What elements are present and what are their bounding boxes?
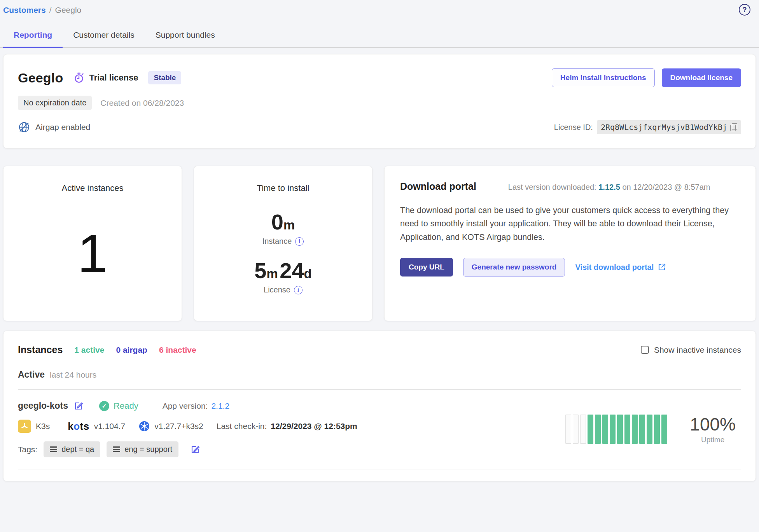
instance-name: geeglo-kots [18, 401, 68, 411]
airgap-label: Airgap enabled [35, 122, 90, 132]
ready-label: Ready [114, 401, 138, 411]
inactive-count[interactable]: 6 inactive [159, 345, 196, 355]
tab-support-bundles[interactable]: Support bundles [145, 26, 226, 48]
tab-bar: Reporting Customer details Support bundl… [0, 26, 759, 48]
active-section-label: Active [18, 369, 45, 380]
instance-install-label-row: Instance [262, 237, 304, 246]
uptime-bar [610, 415, 616, 444]
license-info-icon[interactable] [294, 286, 303, 294]
visit-download-portal-label: Visit download portal [575, 263, 654, 272]
tag-text: dept = qa [61, 445, 94, 454]
copy-license-id-icon[interactable] [730, 123, 737, 131]
external-link-icon [658, 263, 666, 271]
kots-version-group: kots v1.104.7 [68, 420, 125, 432]
active-count[interactable]: 1 active [74, 345, 104, 355]
last-version-label: Last version downloaded: [508, 183, 596, 191]
license-id-value: 2Rq8WLcsjfxqrMysjvB1WodYkBj [601, 122, 727, 132]
uptime-bar [580, 415, 586, 444]
time-to-install-card: Time to install 0m Instance 5m 24d Licen… [194, 166, 373, 321]
license-install-time-unit-1: m [266, 266, 278, 281]
instance-status: Ready [99, 401, 138, 411]
instance-install-label: Instance [262, 237, 292, 246]
kubernetes-version: v1.27.7+k3s2 [154, 422, 203, 431]
last-version-link[interactable]: 1.12.5 [598, 183, 620, 191]
divider [18, 389, 741, 390]
uptime-bar [595, 415, 601, 444]
show-inactive-label: Show inactive instances [654, 345, 741, 355]
copy-url-button[interactable]: Copy URL [400, 258, 453, 276]
kots-logo-ts: ts [80, 420, 89, 432]
uptime-bar [639, 415, 645, 444]
app-version-link[interactable]: 2.1.2 [211, 401, 229, 411]
created-date-text: Created on 06/28/2023 [100, 98, 184, 108]
airgap-count[interactable]: 0 airgap [116, 345, 147, 355]
customer-name: Geeglo [18, 70, 63, 86]
airgap-status: Airgap enabled [18, 121, 90, 133]
expiration-badge: No expiration date [18, 96, 92, 110]
uptime-bar [588, 415, 593, 444]
tag-pill-eng: eng = support [107, 441, 178, 457]
breadcrumb: Customers / Geeglo [0, 0, 759, 15]
instance-install-time-unit: m [283, 218, 295, 232]
k3s-icon [18, 420, 31, 433]
download-portal-card: Download portal Last version downloaded:… [384, 166, 756, 321]
license-id-value-pill: 2Rq8WLcsjfxqrMysjvB1WodYkBj [597, 120, 741, 134]
license-type-label: Trial license [89, 73, 138, 83]
kots-logo-k: k [68, 420, 73, 432]
license-install-label-row: License [264, 285, 303, 294]
download-license-button[interactable]: Download license [662, 68, 741, 87]
license-id-label: License ID: [554, 123, 593, 132]
active-instances-value: 1 [77, 226, 108, 281]
kots-logo-o: o [73, 420, 80, 432]
airgap-globe-icon [18, 121, 30, 133]
show-inactive-checkbox[interactable] [641, 346, 649, 354]
tags-label: Tags: [18, 445, 37, 454]
show-inactive-toggle[interactable]: Show inactive instances [641, 345, 741, 355]
uptime-bar [654, 415, 660, 444]
breadcrumb-separator: / [49, 5, 52, 15]
kubernetes-version-group: v1.27.7+k3s2 [138, 420, 203, 432]
edit-instance-name-icon[interactable] [73, 401, 84, 411]
uptime-bar [647, 415, 652, 444]
tag-icon [50, 446, 57, 452]
generate-new-password-button[interactable]: Generate new password [463, 258, 565, 276]
active-instances-card: Active instances 1 [3, 166, 182, 321]
kots-logo: kots [68, 420, 89, 432]
uptime-bar [573, 415, 579, 444]
uptime-bar-chart [565, 415, 667, 444]
download-portal-description: The download portal can be used to give … [400, 204, 740, 244]
instance-install-time-value: 0 [271, 210, 283, 234]
last-checkin-label: Last check-in: [217, 422, 267, 431]
tag-icon [113, 446, 120, 452]
uptime-bar [565, 415, 571, 444]
active-section-sublabel: last 24 hours [50, 370, 96, 380]
time-to-install-title: Time to install [257, 183, 310, 193]
license-summary-card: Geeglo Trial license Stable Helm install… [3, 54, 756, 149]
active-instances-title: Active instances [62, 183, 124, 193]
app-version: App version: 2.1.2 [163, 401, 229, 411]
uptime-bar [602, 415, 608, 444]
instance-info-icon[interactable] [295, 237, 304, 246]
uptime-bar [632, 415, 638, 444]
trial-clock-icon [73, 72, 85, 84]
uptime-label: Uptime [701, 436, 724, 444]
visit-download-portal-link[interactable]: Visit download portal [575, 263, 666, 272]
last-version-date: on 12/20/2023 @ 8:57am [622, 183, 710, 191]
download-portal-title: Download portal [400, 181, 476, 192]
license-install-time-value-2: 24 [280, 258, 304, 283]
license-install-time-value-1: 5 [254, 258, 266, 283]
tag-text: eng = support [124, 445, 172, 454]
divider [18, 469, 741, 469]
edit-tags-icon[interactable] [190, 444, 200, 455]
kots-version: v1.104.7 [94, 422, 126, 431]
helm-install-instructions-button[interactable]: Helm install instructions [552, 68, 655, 87]
uptime-percent: 100% [690, 414, 736, 435]
breadcrumb-customers-link[interactable]: Customers [3, 5, 46, 15]
kubernetes-icon [138, 420, 150, 432]
help-icon[interactable] [739, 4, 750, 16]
tab-reporting[interactable]: Reporting [3, 26, 63, 48]
license-install-time: 5m 24d [254, 260, 311, 282]
instance-row: geeglo-kots Ready App version: 2.1.2 [18, 401, 741, 457]
tab-customer-details[interactable]: Customer details [63, 26, 145, 48]
breadcrumb-current: Geeglo [55, 5, 82, 15]
